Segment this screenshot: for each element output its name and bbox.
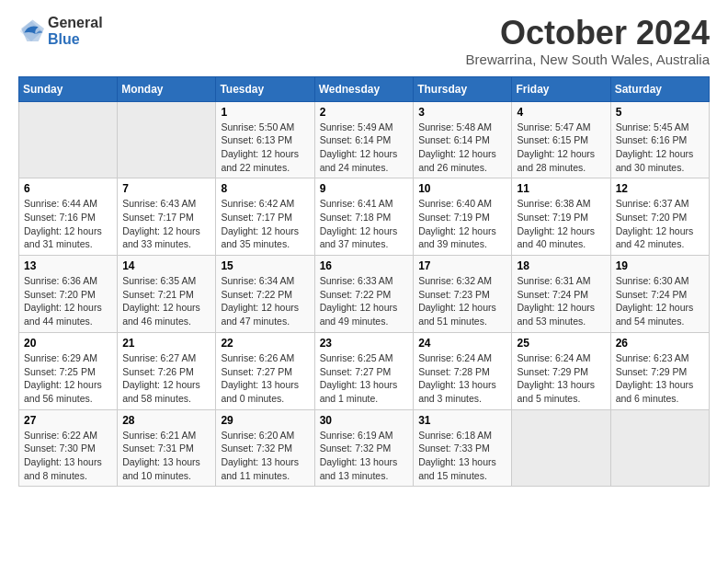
day-info: Sunrise: 6:24 AMSunset: 7:28 PMDaylight:…: [418, 352, 496, 404]
logo-text-block: General Blue: [48, 15, 103, 47]
table-row: 20 Sunrise: 6:29 AMSunset: 7:25 PMDaylig…: [19, 332, 118, 409]
day-info: Sunrise: 6:41 AMSunset: 7:18 PMDaylight:…: [320, 198, 398, 249]
day-number: 15: [221, 259, 309, 272]
calendar-table: Sunday Monday Tuesday Wednesday Thursday…: [18, 76, 710, 488]
day-info: Sunrise: 6:32 AMSunset: 7:23 PMDaylight:…: [418, 275, 496, 327]
table-row: 21 Sunrise: 6:27 AMSunset: 7:26 PMDaylig…: [118, 332, 216, 409]
col-tuesday: Tuesday: [216, 76, 314, 101]
day-number: 20: [24, 337, 112, 350]
table-row: 5 Sunrise: 5:45 AMSunset: 6:16 PMDayligh…: [610, 101, 709, 178]
day-number: 5: [616, 106, 704, 119]
table-row: 6 Sunrise: 6:44 AMSunset: 7:16 PMDayligh…: [19, 178, 118, 256]
table-row: 23 Sunrise: 6:25 AMSunset: 7:27 PMDaylig…: [314, 332, 414, 409]
logo-blue: Blue: [48, 31, 80, 47]
day-info: Sunrise: 6:36 AMSunset: 7:20 PMDaylight:…: [24, 275, 102, 327]
day-number: 26: [616, 337, 704, 350]
day-info: Sunrise: 6:19 AMSunset: 7:32 PMDaylight:…: [320, 430, 398, 481]
day-number: 1: [221, 106, 309, 119]
day-number: 21: [122, 337, 210, 350]
day-info: Sunrise: 5:50 AMSunset: 6:13 PMDaylight:…: [221, 121, 299, 173]
page-header: General Blue October 2024 Brewarrina, Ne…: [18, 15, 710, 67]
day-number: 8: [221, 182, 309, 195]
day-number: 24: [418, 337, 506, 350]
day-number: 28: [122, 414, 210, 427]
calendar-week-3: 13 Sunrise: 6:36 AMSunset: 7:20 PMDaylig…: [19, 256, 710, 333]
logo-icon: [18, 18, 44, 44]
day-number: 22: [221, 337, 309, 350]
day-number: 9: [320, 182, 409, 195]
table-row: 27 Sunrise: 6:22 AMSunset: 7:30 PMDaylig…: [19, 409, 118, 487]
day-number: 17: [418, 259, 506, 272]
location-subtitle: Brewarrina, New South Wales, Australia: [466, 52, 710, 67]
day-info: Sunrise: 6:40 AMSunset: 7:19 PMDaylight:…: [418, 198, 496, 249]
table-row: 1 Sunrise: 5:50 AMSunset: 6:13 PMDayligh…: [216, 101, 314, 178]
table-row: 17 Sunrise: 6:32 AMSunset: 7:23 PMDaylig…: [414, 256, 512, 333]
day-info: Sunrise: 6:34 AMSunset: 7:22 PMDaylight:…: [221, 275, 299, 327]
table-row: 15 Sunrise: 6:34 AMSunset: 7:22 PMDaylig…: [216, 256, 314, 333]
day-info: Sunrise: 5:45 AMSunset: 6:16 PMDaylight:…: [616, 121, 694, 173]
calendar-week-1: 1 Sunrise: 5:50 AMSunset: 6:13 PMDayligh…: [19, 101, 710, 178]
day-number: 16: [320, 259, 409, 272]
calendar-header-row: Sunday Monday Tuesday Wednesday Thursday…: [19, 76, 710, 101]
day-info: Sunrise: 6:27 AMSunset: 7:26 PMDaylight:…: [122, 352, 200, 404]
day-number: 11: [517, 182, 605, 195]
day-info: Sunrise: 5:49 AMSunset: 6:14 PMDaylight:…: [320, 121, 398, 173]
day-info: Sunrise: 6:21 AMSunset: 7:31 PMDaylight:…: [122, 430, 200, 481]
day-info: Sunrise: 6:20 AMSunset: 7:32 PMDaylight:…: [221, 430, 299, 481]
table-row: 7 Sunrise: 6:43 AMSunset: 7:17 PMDayligh…: [118, 178, 216, 256]
day-info: Sunrise: 6:29 AMSunset: 7:25 PMDaylight:…: [24, 352, 102, 404]
table-row: 31 Sunrise: 6:18 AMSunset: 7:33 PMDaylig…: [414, 409, 512, 487]
table-row: 30 Sunrise: 6:19 AMSunset: 7:32 PMDaylig…: [314, 409, 414, 487]
day-number: 10: [418, 182, 506, 195]
table-row: 10 Sunrise: 6:40 AMSunset: 7:19 PMDaylig…: [414, 178, 512, 256]
day-info: Sunrise: 6:37 AMSunset: 7:20 PMDaylight:…: [616, 198, 694, 249]
day-info: Sunrise: 6:33 AMSunset: 7:22 PMDaylight:…: [320, 275, 398, 327]
day-number: 25: [517, 337, 605, 350]
col-thursday: Thursday: [414, 76, 512, 101]
day-number: 27: [24, 414, 112, 427]
day-number: 23: [320, 337, 409, 350]
table-row: 11 Sunrise: 6:38 AMSunset: 7:19 PMDaylig…: [512, 178, 610, 256]
col-saturday: Saturday: [610, 76, 709, 101]
day-info: Sunrise: 5:48 AMSunset: 6:14 PMDaylight:…: [418, 121, 496, 173]
table-row: 25 Sunrise: 6:24 AMSunset: 7:29 PMDaylig…: [512, 332, 610, 409]
day-info: Sunrise: 6:25 AMSunset: 7:27 PMDaylight:…: [320, 352, 398, 404]
day-info: Sunrise: 6:23 AMSunset: 7:29 PMDaylight:…: [616, 352, 694, 404]
col-monday: Monday: [118, 76, 216, 101]
day-info: Sunrise: 6:44 AMSunset: 7:16 PMDaylight:…: [24, 198, 102, 249]
col-wednesday: Wednesday: [314, 76, 414, 101]
calendar-week-4: 20 Sunrise: 6:29 AMSunset: 7:25 PMDaylig…: [19, 332, 710, 409]
day-info: Sunrise: 5:47 AMSunset: 6:15 PMDaylight:…: [517, 121, 595, 173]
day-number: 3: [418, 106, 506, 119]
day-number: 2: [320, 106, 409, 119]
table-row: 13 Sunrise: 6:36 AMSunset: 7:20 PMDaylig…: [19, 256, 118, 333]
table-row: 12 Sunrise: 6:37 AMSunset: 7:20 PMDaylig…: [610, 178, 709, 256]
table-row: [118, 101, 216, 178]
table-row: 14 Sunrise: 6:35 AMSunset: 7:21 PMDaylig…: [118, 256, 216, 333]
day-number: 19: [616, 259, 704, 272]
day-number: 29: [221, 414, 309, 427]
table-row: 29 Sunrise: 6:20 AMSunset: 7:32 PMDaylig…: [216, 409, 314, 487]
table-row: [19, 101, 118, 178]
day-number: 30: [320, 414, 409, 427]
logo-general: General: [48, 15, 103, 30]
table-row: 2 Sunrise: 5:49 AMSunset: 6:14 PMDayligh…: [314, 101, 414, 178]
title-section: October 2024 Brewarrina, New South Wales…: [466, 15, 710, 67]
calendar-week-5: 27 Sunrise: 6:22 AMSunset: 7:30 PMDaylig…: [19, 409, 710, 487]
day-number: 7: [122, 182, 210, 195]
day-info: Sunrise: 6:22 AMSunset: 7:30 PMDaylight:…: [24, 430, 102, 481]
day-number: 4: [517, 106, 605, 119]
calendar-week-2: 6 Sunrise: 6:44 AMSunset: 7:16 PMDayligh…: [19, 178, 710, 256]
table-row: 19 Sunrise: 6:30 AMSunset: 7:24 PMDaylig…: [610, 256, 709, 333]
day-info: Sunrise: 6:42 AMSunset: 7:17 PMDaylight:…: [221, 198, 299, 249]
table-row: 28 Sunrise: 6:21 AMSunset: 7:31 PMDaylig…: [118, 409, 216, 487]
table-row: 26 Sunrise: 6:23 AMSunset: 7:29 PMDaylig…: [610, 332, 709, 409]
day-info: Sunrise: 6:26 AMSunset: 7:27 PMDaylight:…: [221, 352, 299, 404]
day-number: 14: [122, 259, 210, 272]
col-sunday: Sunday: [19, 76, 118, 101]
day-number: 12: [616, 182, 704, 195]
day-number: 13: [24, 259, 112, 272]
table-row: [512, 409, 610, 487]
table-row: 9 Sunrise: 6:41 AMSunset: 7:18 PMDayligh…: [314, 178, 414, 256]
table-row: 24 Sunrise: 6:24 AMSunset: 7:28 PMDaylig…: [414, 332, 512, 409]
